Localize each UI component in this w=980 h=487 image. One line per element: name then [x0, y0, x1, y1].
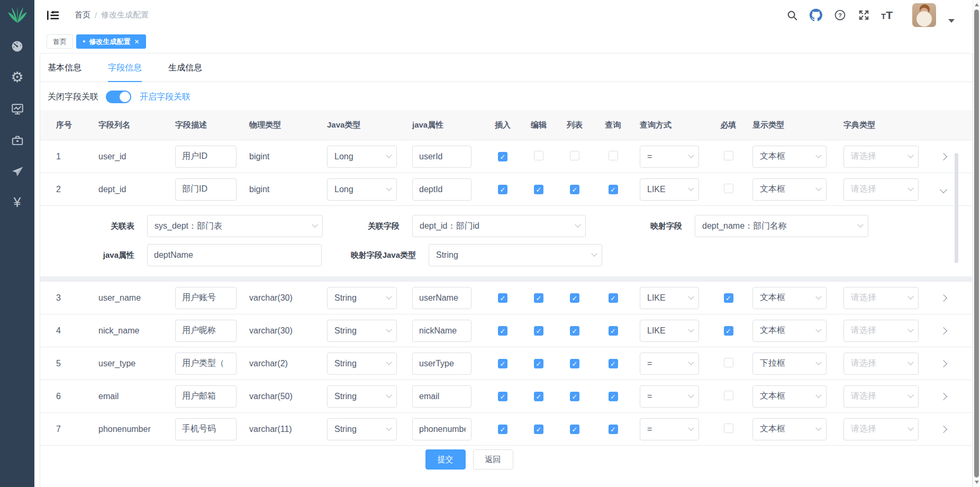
display-type-select[interactable]: 下拉框	[752, 353, 827, 375]
expansion-select[interactable]: String	[429, 244, 602, 266]
query-checkbox[interactable]: ✓	[609, 392, 618, 401]
edit-checkbox[interactable]: ✓	[534, 326, 543, 336]
required-checkbox[interactable]	[724, 184, 733, 193]
list-checkbox[interactable]	[570, 151, 579, 160]
java-field-input[interactable]	[412, 418, 471, 440]
java-type-select[interactable]: Long	[327, 146, 397, 168]
list-checkbox[interactable]: ✓	[570, 359, 579, 368]
query-type-select[interactable]: =	[640, 353, 699, 375]
display-type-select[interactable]: 文本框	[752, 146, 827, 168]
tag-home[interactable]: 首页	[47, 34, 73, 49]
expand-row-chevron-icon[interactable]	[940, 327, 947, 334]
dict-type-select[interactable]: 请选择	[843, 385, 919, 408]
sidebar-item-finance[interactable]: ¥	[0, 187, 34, 218]
sidebar-item-deploy[interactable]	[0, 156, 34, 187]
table-scrollbar-thumb[interactable]	[955, 153, 958, 263]
query-checkbox[interactable]: ✓	[609, 326, 618, 336]
query-type-select[interactable]: LIKE	[640, 178, 699, 201]
dict-type-select[interactable]: 请选择	[843, 178, 919, 201]
search-button[interactable]	[786, 9, 798, 22]
query-checkbox[interactable]	[609, 151, 618, 160]
java-type-select[interactable]: String	[327, 353, 397, 375]
expansion-select[interactable]: dept_id：部门id	[412, 215, 586, 237]
tab-field-info[interactable]: 字段信息	[108, 62, 142, 82]
description-input[interactable]	[175, 320, 237, 342]
breadcrumb-home[interactable]: 首页	[75, 10, 90, 20]
java-type-select[interactable]: String	[327, 385, 397, 408]
display-type-select[interactable]: 文本框	[752, 320, 827, 342]
display-type-select[interactable]: 文本框	[752, 178, 827, 201]
dict-type-select[interactable]: 请选择	[843, 418, 919, 440]
submit-button[interactable]: 提交	[425, 449, 466, 470]
tab-generate-info[interactable]: 生成信息	[168, 62, 202, 82]
required-checkbox[interactable]	[724, 358, 733, 367]
edit-checkbox[interactable]: ✓	[534, 359, 543, 368]
expansion-select[interactable]: sys_dept：部门表	[147, 215, 323, 237]
tab-basic-info[interactable]: 基本信息	[48, 62, 81, 82]
query-type-select[interactable]: LIKE	[640, 287, 699, 309]
insert-checkbox[interactable]: ✓	[498, 359, 507, 368]
query-checkbox[interactable]: ✓	[609, 293, 618, 303]
java-field-input[interactable]	[412, 385, 471, 408]
required-checkbox[interactable]	[724, 391, 733, 400]
description-input[interactable]	[175, 178, 237, 201]
required-checkbox[interactable]	[724, 423, 733, 433]
java-type-select[interactable]: Long	[327, 178, 397, 201]
relation-toggle-switch[interactable]	[106, 91, 131, 103]
insert-checkbox[interactable]: ✓	[498, 293, 507, 303]
expand-row-chevron-icon[interactable]	[940, 294, 947, 301]
app-logo[interactable]	[0, 0, 34, 31]
edit-checkbox[interactable]: ✓	[534, 185, 543, 194]
list-checkbox[interactable]: ✓	[570, 392, 579, 401]
required-checkbox[interactable]: ✓	[724, 293, 733, 303]
dict-type-select[interactable]: 请选择	[843, 146, 919, 168]
display-type-select[interactable]: 文本框	[752, 418, 827, 440]
insert-checkbox[interactable]: ✓	[498, 152, 507, 161]
query-checkbox[interactable]: ✓	[609, 359, 618, 368]
expand-row-chevron-icon[interactable]	[940, 392, 947, 400]
expansion-select[interactable]: dept_name：部门名称	[695, 215, 868, 237]
list-checkbox[interactable]: ✓	[570, 425, 579, 434]
java-field-input[interactable]	[412, 178, 471, 201]
expand-row-chevron-icon[interactable]	[940, 425, 947, 432]
query-type-select[interactable]: =	[640, 418, 699, 440]
query-checkbox[interactable]: ✓	[609, 185, 618, 194]
avatar-dropdown-caret-icon[interactable]	[948, 19, 955, 23]
query-type-select[interactable]: LIKE	[640, 320, 699, 342]
avatar[interactable]	[912, 3, 936, 27]
description-input[interactable]	[175, 353, 237, 375]
back-button[interactable]: 返回	[473, 449, 513, 470]
expand-row-chevron-icon[interactable]	[940, 359, 947, 367]
scroll-up-arrow[interactable]	[973, 1, 980, 8]
fullscreen-button[interactable]	[857, 9, 870, 22]
display-type-select[interactable]: 文本框	[752, 385, 827, 408]
sidebar-collapse-button[interactable]	[46, 9, 60, 22]
edit-checkbox[interactable]	[534, 151, 543, 160]
description-input[interactable]	[175, 146, 237, 168]
expand-row-chevron-icon[interactable]	[940, 152, 947, 160]
page-scrollbar-thumb[interactable]	[974, 10, 979, 477]
insert-checkbox[interactable]: ✓	[498, 185, 507, 194]
java-field-input[interactable]	[412, 320, 471, 342]
help-button[interactable]: ?	[833, 9, 846, 22]
insert-checkbox[interactable]: ✓	[498, 326, 507, 336]
java-type-select[interactable]: String	[327, 418, 397, 440]
dict-type-select[interactable]: 请选择	[843, 353, 919, 375]
sidebar-item-dashboard[interactable]	[0, 31, 34, 62]
font-size-button[interactable]: TT	[881, 9, 893, 22]
query-type-select[interactable]: =	[640, 146, 699, 168]
edit-checkbox[interactable]: ✓	[534, 392, 543, 401]
dict-type-select[interactable]: 请选择	[843, 320, 919, 342]
list-checkbox[interactable]: ✓	[570, 185, 579, 194]
description-input[interactable]	[175, 385, 237, 408]
insert-checkbox[interactable]: ✓	[498, 425, 507, 434]
insert-checkbox[interactable]: ✓	[498, 392, 507, 401]
edit-checkbox[interactable]: ✓	[534, 425, 543, 434]
java-field-input[interactable]	[412, 353, 471, 375]
dict-type-select[interactable]: 请选择	[843, 287, 919, 309]
expansion-input[interactable]	[147, 244, 322, 266]
sidebar-item-tools[interactable]	[0, 124, 34, 156]
java-field-input[interactable]	[412, 146, 471, 168]
scroll-down-arrow[interactable]	[973, 479, 980, 486]
edit-checkbox[interactable]: ✓	[534, 293, 543, 303]
